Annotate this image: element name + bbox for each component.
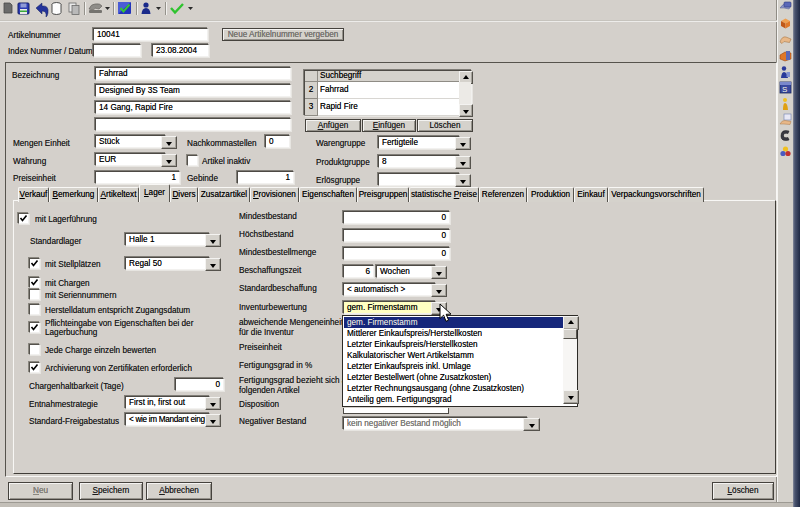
svg-text:S: S — [782, 85, 787, 94]
